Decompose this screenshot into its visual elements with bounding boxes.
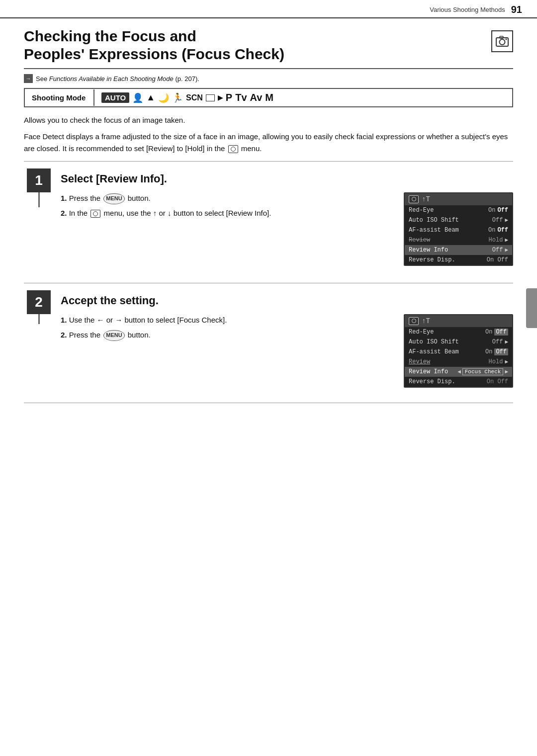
step-1-instruction-2: 2. In the menu, use the ↑ or ↓ button to… xyxy=(61,207,394,219)
shooting-mode-icons: AUTO 👤 ▲ 🌙 🏃 SCN ▶ P Tv Av M xyxy=(94,89,280,106)
menu-row-reviewinfo-2: Review Info ◀ Focus Check ▶ xyxy=(405,367,512,377)
step-2-block: 2 Accept the setting. 1. Use the ← or → … xyxy=(24,290,513,398)
step-divider-bottom xyxy=(24,403,513,403)
step-1-content: Select [Review Info]. 1. Press the MENU … xyxy=(54,168,513,276)
svg-point-1 xyxy=(500,39,505,45)
tv-mode: Tv xyxy=(235,92,247,103)
night-icon: 🌙 xyxy=(158,92,169,103)
menu-row-review-2: Review Hold ▶ xyxy=(405,357,512,367)
rect-icon1 xyxy=(206,94,215,101)
title-section: Checking the Focus and Peoples' Expressi… xyxy=(24,27,513,69)
section-title: Various Shooting Methods xyxy=(430,6,505,13)
menu-cam-icon-2 xyxy=(409,317,419,325)
step-divider-middle xyxy=(24,283,513,283)
menu-row-red-eye-1: Red-Eye On Off xyxy=(405,205,512,215)
menu-header-2: ↑T xyxy=(405,315,512,327)
step-1-number-col: 1 xyxy=(24,168,54,207)
step-1-instructions: 1. Press the MENU button. 2. In the menu… xyxy=(61,192,513,266)
menu-row-af-2: AF-assist Beam On Off xyxy=(405,347,512,357)
step-2-line xyxy=(38,314,40,324)
p-mode: P xyxy=(226,92,232,103)
camera-mode-icon-box xyxy=(491,30,513,52)
title-text: Checking the Focus and Peoples' Expressi… xyxy=(24,27,486,63)
menu-row-iso-1: Auto ISO Shift Off ▶ xyxy=(405,215,512,225)
arrow-left-2: ← xyxy=(97,316,104,324)
page-number: 91 xyxy=(511,4,522,15)
menu-header-1: ↑T xyxy=(405,193,512,205)
page-container: Various Shooting Methods 91 Checking the… xyxy=(0,0,537,756)
step-2-text: 1. Use the ← or → button to select [Focu… xyxy=(61,314,394,344)
arrow-right-2: → xyxy=(115,316,122,324)
inline-cam-2 xyxy=(90,210,100,218)
menu-row-reverse-1: Reverse Disp. On Off xyxy=(405,255,512,265)
arrow-left-indicator: ◀ xyxy=(457,368,461,375)
m-mode: M xyxy=(265,92,273,103)
menu-row-af-1: AF-assist Beam On Off xyxy=(405,225,512,235)
av-mode: Av xyxy=(250,92,263,103)
menu-cam-icon-1 xyxy=(409,195,419,203)
speaker-icon: ▶ xyxy=(218,94,223,101)
auto-mode-badge: AUTO xyxy=(101,92,129,103)
main-title-line2: Peoples' Expressions (Focus Check) xyxy=(24,45,486,63)
step-1-text: 1. Press the MENU button. 2. In the menu… xyxy=(61,192,394,222)
menu-row-reviewinfo-1: Review Info Off ▶ xyxy=(405,245,512,255)
reference-line: → See Functions Available in Each Shooti… xyxy=(24,74,513,83)
main-content: Checking the Focus and Peoples' Expressi… xyxy=(0,18,537,425)
step-2-title: Accept the setting. xyxy=(61,294,513,307)
step-2-instruction-2: 2. Press the MENU button. xyxy=(61,329,394,341)
menu-button-2: MENU xyxy=(103,330,124,341)
shooting-mode-bar: Shooting Mode AUTO 👤 ▲ 🌙 🏃 SCN ▶ P Tv Av… xyxy=(24,88,513,107)
menu-screenshot-2: ↑T Red-Eye On Off Auto ISO Shift Off ▶ A… xyxy=(404,314,513,388)
description-1: Allows you to check the focus of an imag… xyxy=(24,114,513,126)
focus-check-value: Focus Check xyxy=(462,368,504,375)
inline-camera-icon xyxy=(228,145,238,153)
step-1-badge: 1 xyxy=(27,168,51,192)
step-1-instruction-1: 1. Press the MENU button. xyxy=(61,192,394,204)
description-2: Face Detect displays a frame adjusted to… xyxy=(24,131,513,154)
arrow-icon: → xyxy=(24,74,33,83)
landscape-icon: ▲ xyxy=(146,92,155,103)
step-2-instructions: 1. Use the ← or → button to select [Focu… xyxy=(61,314,513,388)
kids-icon: 🏃 xyxy=(172,92,183,103)
menu-row-reverse-2: Reverse Disp. On Off xyxy=(405,377,512,387)
step-2-instruction-1: 1. Use the ← or → button to select [Focu… xyxy=(61,314,394,326)
menu-tab-2: ↑T xyxy=(422,317,430,325)
step-2-badge: 2 xyxy=(27,290,51,314)
step-divider-top xyxy=(24,161,513,162)
step-2-content: Accept the setting. 1. Use the ← or → bu… xyxy=(54,290,513,398)
scn-mode: SCN xyxy=(186,93,203,102)
page-header: Various Shooting Methods 91 xyxy=(0,0,537,18)
shooting-mode-label: Shooting Mode xyxy=(25,89,94,106)
menu-row-review-1: Review Hold ▶ xyxy=(405,235,512,245)
menu-button-1: MENU xyxy=(103,193,124,204)
svg-point-3 xyxy=(506,39,507,40)
menu-screenshot-1: ↑T Red-Eye On Off Auto ISO Shift Off ▶ A… xyxy=(404,192,513,266)
reference-text: See Functions Available in Each Shooting… xyxy=(36,75,199,83)
step-1-line xyxy=(38,192,40,207)
step-1-block: 1 Select [Review Info]. 1. Press the MEN… xyxy=(24,168,513,276)
reference-italic: Functions Available in Each Shooting Mod… xyxy=(49,75,174,83)
arrow-right-indicator: ▶ xyxy=(505,368,508,375)
main-title-line1: Checking the Focus and xyxy=(24,27,486,45)
camera-icon xyxy=(495,34,509,48)
menu-tab-1: ↑T xyxy=(422,195,430,203)
step-2-number-col: 2 xyxy=(24,290,54,324)
menu-row-red-eye-2: Red-Eye On Off xyxy=(405,327,512,337)
portrait-icon: 👤 xyxy=(132,92,143,103)
step-1-title: Select [Review Info]. xyxy=(61,172,513,185)
right-tab xyxy=(526,288,537,328)
arrow-up: ↑ xyxy=(153,209,157,217)
menu-row-iso-2: Auto ISO Shift Off ▶ xyxy=(405,337,512,347)
arrow-down: ↓ xyxy=(168,209,172,217)
